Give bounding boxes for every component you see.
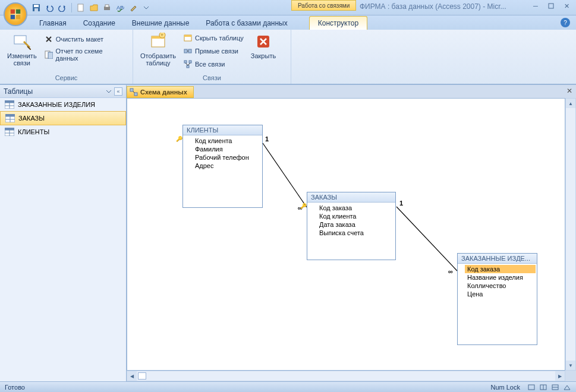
nav-item-clients[interactable]: КЛИЕНТЫ bbox=[0, 125, 126, 138]
new-button[interactable] bbox=[75, 2, 86, 13]
svg-rect-1 bbox=[16, 10, 20, 14]
nav-title: Таблицы bbox=[4, 87, 33, 96]
spelling-icon: ABC bbox=[116, 4, 124, 12]
minimize-button[interactable]: ─ bbox=[530, 1, 542, 11]
view-button-2[interactable] bbox=[538, 383, 549, 391]
redo-icon bbox=[58, 4, 67, 12]
table-icon bbox=[5, 114, 15, 122]
rel-one-label-2: 1 bbox=[399, 200, 403, 207]
svg-rect-11 bbox=[549, 4, 553, 8]
tab-database-tools[interactable]: Работа с базами данных bbox=[197, 17, 295, 30]
scroll-left-button[interactable]: ◀ bbox=[127, 371, 137, 381]
tab-create[interactable]: Создание bbox=[75, 17, 124, 30]
direct-relations-button[interactable]: Прямые связи bbox=[181, 45, 246, 57]
open-folder-icon bbox=[90, 4, 98, 12]
open-button[interactable] bbox=[89, 2, 99, 13]
table-box-orders[interactable]: ЗАКАЗЫ 🔑 Код заказа Код клиента Дата зак… bbox=[307, 192, 396, 260]
tab-design[interactable]: Конструктор bbox=[309, 16, 367, 30]
table-icon bbox=[5, 128, 14, 136]
tab-external-data[interactable]: Внешние данные bbox=[124, 17, 198, 30]
office-button[interactable] bbox=[4, 2, 27, 26]
save-button[interactable] bbox=[31, 2, 42, 13]
close-window-button[interactable]: ✕ bbox=[561, 1, 572, 11]
maximize-button[interactable] bbox=[545, 1, 557, 11]
show-table-label: Отобразить таблицу bbox=[140, 52, 176, 67]
save-icon bbox=[32, 4, 40, 12]
vertical-scrollbar[interactable]: ▲ ▼ bbox=[565, 98, 576, 371]
quick-access-toolbar: ABC bbox=[31, 2, 152, 13]
svg-rect-6 bbox=[34, 8, 38, 11]
edit-relations-button[interactable]: Изменить связи bbox=[4, 31, 40, 68]
chevron-down-icon bbox=[143, 5, 149, 11]
svg-rect-21 bbox=[184, 49, 187, 53]
status-bar: Готово Num Lock bbox=[0, 381, 576, 392]
title-bar: ABC Работа со связями ФИРМА : база данны… bbox=[0, 0, 576, 15]
view-button-1[interactable] bbox=[526, 383, 537, 391]
relationship-canvas[interactable]: 1 ∞ 1 ∞ КЛИЕНТЫ 🔑 Код клиента Фамилия Ра… bbox=[127, 98, 565, 371]
window-controls: ─ ✕ bbox=[530, 1, 572, 11]
undo-button[interactable] bbox=[44, 2, 55, 13]
key-icon: 🔑 bbox=[300, 203, 307, 209]
help-button[interactable]: ? bbox=[561, 18, 570, 27]
tab-home[interactable]: Главная bbox=[31, 17, 75, 30]
rel-one-label: 1 bbox=[265, 135, 269, 143]
clear-icon bbox=[44, 34, 53, 44]
svg-line-44 bbox=[396, 207, 457, 271]
show-table-button[interactable]: + Отобразить таблицу bbox=[137, 31, 180, 68]
print-button[interactable] bbox=[102, 2, 112, 13]
status-ready: Готово bbox=[5, 384, 25, 391]
scroll-down-button[interactable]: ▼ bbox=[566, 361, 575, 370]
document-tab-strip: Схема данных ✕ bbox=[127, 85, 576, 98]
nav-header[interactable]: Таблицы « bbox=[0, 85, 126, 98]
key-icon: 🔑 bbox=[176, 136, 182, 142]
scroll-right-button[interactable]: ▶ bbox=[555, 371, 565, 381]
chevron-down-icon bbox=[106, 88, 112, 94]
contextual-tab-group: Работа со связями bbox=[291, 0, 356, 11]
svg-rect-5 bbox=[34, 5, 39, 7]
hide-table-icon bbox=[183, 33, 193, 43]
brush-icon bbox=[129, 4, 137, 12]
relationship-report-button[interactable]: Отчет по схеме данных bbox=[42, 46, 129, 63]
svg-rect-20 bbox=[184, 35, 191, 37]
table-box-order-items[interactable]: ЗАКАЗАННЫЕ ИЗДЕ... Код заказа Название и… bbox=[457, 253, 537, 345]
view-button-4[interactable] bbox=[562, 383, 572, 391]
nav-item-orders[interactable]: ЗАКАЗЫ bbox=[0, 111, 126, 125]
view-switcher bbox=[526, 383, 572, 391]
svg-line-43 bbox=[263, 143, 307, 207]
print-icon bbox=[103, 4, 111, 12]
view-button-3[interactable] bbox=[550, 383, 561, 391]
svg-rect-40 bbox=[130, 88, 133, 91]
table-box-clients[interactable]: КЛИЕНТЫ 🔑 Код клиента Фамилия Рабочий те… bbox=[182, 125, 263, 208]
spelling-button[interactable]: ABC bbox=[115, 2, 125, 13]
report-icon bbox=[44, 50, 53, 59]
app-title: ФИРМА : база данных (Access 2007) - Micr… bbox=[360, 2, 506, 11]
hide-table-button[interactable]: Скрыть таблицу bbox=[181, 32, 246, 44]
group-label-relations: Связи bbox=[137, 73, 287, 83]
undo-icon bbox=[45, 4, 53, 12]
horizontal-scrollbar[interactable]: ◀ ▶ bbox=[127, 371, 565, 381]
svg-rect-14 bbox=[48, 52, 53, 59]
edit-relations-label: Изменить связи bbox=[7, 52, 37, 67]
svg-rect-3 bbox=[16, 15, 20, 19]
qat-more-button[interactable] bbox=[141, 2, 152, 13]
scroll-up-button[interactable]: ▲ bbox=[566, 99, 575, 108]
svg-rect-9 bbox=[105, 5, 109, 7]
nav-collapse-button[interactable]: « bbox=[114, 87, 122, 96]
close-button[interactable]: Закрыть bbox=[247, 31, 279, 61]
svg-rect-45 bbox=[528, 385, 534, 390]
close-icon bbox=[254, 32, 273, 51]
relationship-icon bbox=[130, 88, 138, 96]
nav-item-ordered-products[interactable]: ЗАКАЗАННЫЕ ИЗДЕЛИЯ bbox=[0, 98, 126, 111]
all-relations-button[interactable]: Все связи bbox=[181, 58, 246, 70]
group-label-tools: Сервис bbox=[4, 73, 129, 83]
office-logo-icon bbox=[9, 8, 22, 21]
svg-rect-26 bbox=[187, 65, 189, 68]
table-icon bbox=[5, 100, 14, 109]
redo-button[interactable] bbox=[57, 2, 68, 13]
document-tab-relationship[interactable]: Схема данных bbox=[127, 86, 194, 98]
clear-layout-button[interactable]: Очистить макет bbox=[42, 33, 129, 45]
tab-close-button[interactable]: ✕ bbox=[565, 87, 574, 95]
format-painter-button[interactable] bbox=[128, 2, 139, 13]
svg-rect-25 bbox=[189, 61, 191, 63]
show-table-icon: + bbox=[149, 32, 168, 51]
